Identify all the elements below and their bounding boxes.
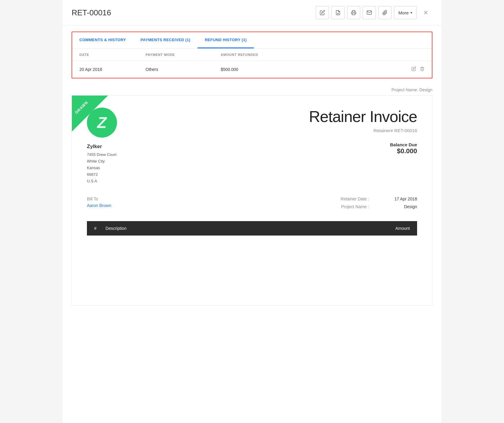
page-header: RET-00016: [63, 0, 441, 26]
download-button[interactable]: [331, 6, 345, 19]
project-name-line: Project Name: Design: [72, 87, 432, 92]
edit-button[interactable]: [316, 6, 329, 19]
svg-rect-1: [352, 13, 355, 15]
project-name-label: Project Name :: [341, 204, 369, 209]
cell-amount-refunded: $500.000: [221, 67, 311, 72]
meta-row-date: Retainer Date : 17 Apr 2018: [341, 196, 417, 201]
close-button[interactable]: [419, 6, 432, 19]
col-actions: [311, 53, 425, 56]
bill-info-section: Bill To Aaron Brown Retainer Date : 17 A…: [87, 196, 417, 212]
col-amount-refunded: AMOUNT REFUNDED: [221, 53, 311, 56]
header-actions: More ▾: [316, 6, 432, 19]
retainer-date-value: 17 Apr 2018: [381, 196, 417, 201]
address-line5: U.S.A: [87, 178, 116, 184]
more-button[interactable]: More ▾: [394, 6, 417, 19]
more-label: More: [398, 10, 409, 15]
company-address: 7455 Drew Court White City Kansas 66872 …: [87, 151, 116, 184]
tabs-section: COMMENTS & HISTORY PAYMENTS RECEIVED (1)…: [72, 32, 432, 78]
table-row: 20 Apr 2018 Others $500.000: [72, 61, 432, 78]
page-title: RET-00016: [72, 8, 111, 17]
balance-section: Balance Due $0.000: [309, 142, 417, 155]
meta-row-project: Project Name : Design: [341, 204, 417, 209]
invoice-title-section: Retainer Invoice Retainer# RET-00016 Bal…: [309, 108, 417, 155]
invoice-header: Z Zylker 7455 Drew Court White City Kans…: [87, 108, 417, 184]
balance-due-amount: $0.000: [309, 147, 417, 155]
retainer-date-label: Retainer Date :: [341, 196, 369, 201]
refund-table-header: DATE PAYMENT MODE AMOUNT REFUNDED: [72, 49, 432, 61]
table-hash: #: [94, 226, 97, 231]
cell-payment-mode: Others: [146, 67, 221, 72]
balance-due-label: Balance Due: [309, 142, 417, 147]
attach-button[interactable]: [378, 6, 392, 19]
address-line1: 7455 Drew Court: [87, 151, 116, 158]
row-actions: [311, 66, 425, 72]
invoice-area: Project Name: Design Drawn Z Zylker 7455…: [72, 87, 432, 306]
address-line4: 66872: [87, 171, 116, 178]
project-name-value: Design: [381, 204, 417, 209]
chevron-down-icon: ▾: [410, 11, 412, 15]
cell-date: 20 Apr 2018: [79, 67, 146, 72]
email-button[interactable]: [363, 6, 376, 19]
table-amount: Amount: [395, 226, 410, 231]
bill-to-label: Bill To: [87, 196, 111, 201]
delete-row-icon[interactable]: [420, 66, 425, 72]
invoice-table-header: # Description Amount: [87, 221, 417, 236]
address-line3: Kansas: [87, 165, 116, 171]
invoice-meta: Retainer Date : 17 Apr 2018 Project Name…: [341, 196, 417, 212]
bill-to-section: Bill To Aaron Brown: [87, 196, 111, 212]
bill-to-name[interactable]: Aaron Brown: [87, 203, 111, 208]
address-line2: White City: [87, 158, 116, 165]
invoice-document: Drawn Z Zylker 7455 Drew Court White Cit…: [72, 95, 432, 306]
col-payment-mode: PAYMENT MODE: [146, 53, 221, 56]
company-name: Zylker: [87, 144, 102, 150]
ribbon-text: Drawn: [72, 96, 94, 120]
tab-payments[interactable]: PAYMENTS RECEIVED (1): [133, 32, 198, 48]
tab-refund[interactable]: REFUND HISTORY (1): [198, 32, 254, 48]
tabs-row: COMMENTS & HISTORY PAYMENTS RECEIVED (1)…: [72, 32, 432, 49]
col-date: DATE: [79, 53, 146, 56]
print-button[interactable]: [347, 6, 360, 19]
edit-row-icon[interactable]: [411, 66, 416, 72]
ribbon-corner: Drawn: [72, 96, 108, 132]
table-description: Description: [106, 226, 127, 231]
tab-comments[interactable]: COMMENTS & HISTORY: [72, 32, 133, 48]
retainer-number: Retainer# RET-00016: [309, 128, 417, 133]
invoice-main-title: Retainer Invoice: [309, 108, 417, 126]
